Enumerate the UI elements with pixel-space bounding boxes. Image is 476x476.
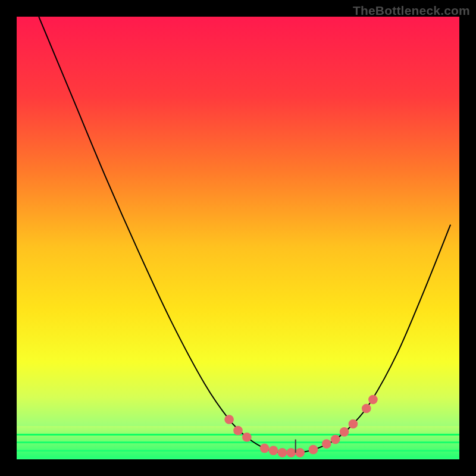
chart-stage: TheBottleneck.com [0, 0, 476, 476]
watermark-text: TheBottleneck.com [353, 4, 470, 18]
plot-area [17, 17, 459, 459]
green-rule [17, 434, 459, 436]
green-rule [17, 441, 459, 443]
background-gradient [17, 17, 459, 459]
green-bottom-band [17, 426, 459, 459]
svg-rect-0 [17, 17, 459, 459]
green-rule [17, 450, 459, 452]
green-rule [17, 458, 459, 459]
